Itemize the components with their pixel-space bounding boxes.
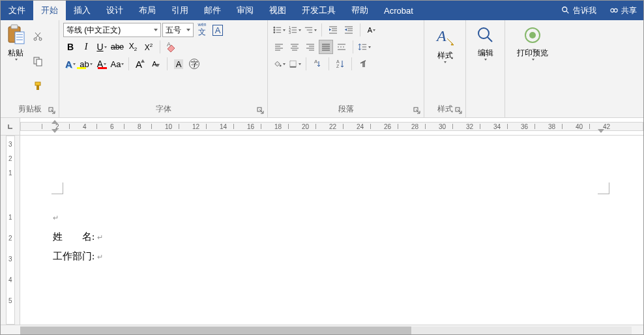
bullets-button[interactable]	[272, 23, 286, 37]
tab-design[interactable]: 设计	[98, 1, 131, 20]
tab-layout[interactable]: 布局	[131, 1, 164, 20]
svg-text:A: A	[167, 41, 171, 48]
align-justify-button[interactable]	[319, 40, 333, 54]
multilevel-list-button[interactable]	[303, 23, 317, 37]
enclose-char-button[interactable]: 字	[187, 57, 201, 71]
snap-to-grid-button[interactable]: A	[310, 57, 325, 71]
paste-label: 粘贴	[8, 48, 23, 59]
grow-font-button[interactable]: A	[133, 57, 147, 71]
clear-formatting-button[interactable]: A	[164, 40, 179, 54]
show-hide-button[interactable]	[356, 57, 370, 71]
tab-acrobat[interactable]: Acrobat	[376, 1, 421, 20]
group-font: 等线 (中文正文) 五号 wén 文 A B I U ab	[59, 20, 268, 117]
align-left-button[interactable]	[272, 40, 286, 54]
shrink-font-button[interactable]: A	[149, 57, 163, 71]
distribute-button[interactable]	[334, 40, 349, 54]
clipboard-icon	[6, 24, 25, 46]
char-border-button[interactable]: A	[211, 23, 225, 37]
svg-rect-5	[11, 25, 18, 29]
svg-point-78	[529, 32, 536, 38]
cut-button[interactable]	[31, 29, 45, 44]
share-button[interactable]: 共享	[603, 1, 643, 20]
print-preview-button[interactable]: 打印预览	[509, 23, 556, 102]
doc-line-2: 工作部门:	[53, 251, 95, 261]
chevron-down-icon	[444, 61, 446, 63]
dialog-launcher-icon[interactable]	[48, 107, 56, 115]
tell-me-search[interactable]: 告诉我	[555, 1, 603, 20]
copy-button[interactable]	[31, 54, 45, 68]
font-size-value: 五号	[166, 25, 181, 36]
superscript-button[interactable]: X2	[141, 40, 156, 54]
asian-layout-button[interactable]: A	[364, 23, 379, 37]
increase-indent-button[interactable]	[342, 23, 356, 37]
strikethrough-button[interactable]: abe	[110, 40, 124, 54]
tab-review[interactable]: 审阅	[229, 1, 261, 20]
borders-button[interactable]	[287, 57, 302, 71]
group-print-preview: 打印预览	[505, 20, 560, 117]
group-clipboard: 粘贴 剪贴板	[1, 20, 59, 117]
text-effects-button[interactable]: A	[63, 57, 78, 71]
align-center-button[interactable]	[287, 40, 302, 54]
line-spacing-button[interactable]	[357, 40, 372, 54]
italic-button[interactable]: I	[79, 40, 93, 54]
phonetic-guide-button[interactable]: wén 文	[195, 23, 209, 37]
highlight-button[interactable]: ab	[79, 57, 93, 71]
dialog-launcher-icon[interactable]	[413, 107, 421, 115]
right-indent-marker[interactable]	[598, 129, 604, 133]
chevron-down-icon	[121, 63, 124, 65]
first-line-indent-marker[interactable]	[51, 120, 58, 124]
horizontal-scrollbar[interactable]	[1, 325, 643, 335]
multilevel-icon	[304, 25, 314, 35]
decrease-indent-button[interactable]	[326, 23, 340, 37]
styles-label: 样式	[437, 50, 453, 61]
styles-button[interactable]: A 样式	[426, 23, 464, 100]
numbering-button[interactable]: 123	[287, 23, 302, 37]
shading-button[interactable]	[272, 57, 286, 71]
hanging-indent-marker[interactable]	[51, 129, 58, 133]
group-label-print	[505, 104, 560, 117]
margin-corner-tr	[598, 182, 609, 194]
tab-file[interactable]: 文件	[1, 1, 33, 20]
dialog-launcher-icon[interactable]	[257, 107, 265, 115]
dialog-launcher-icon[interactable]	[455, 107, 463, 115]
tab-view[interactable]: 视图	[261, 1, 294, 20]
svg-point-2	[611, 8, 614, 12]
paste-button[interactable]: 粘贴	[6, 24, 25, 61]
document-area: 32112345 ↵ 姓 名: ↵ 工作部门: ↵	[1, 136, 643, 325]
document-body[interactable]: ↵ 姓 名: ↵ 工作部门: ↵	[53, 207, 103, 266]
chevron-down-icon	[484, 59, 487, 61]
group-styles: A 样式 样式	[424, 20, 466, 117]
tab-insert[interactable]: 插入	[66, 1, 98, 20]
change-case-button[interactable]: Aa	[110, 57, 124, 71]
format-painter-button[interactable]	[31, 79, 45, 93]
scrollbar-thumb[interactable]	[20, 327, 411, 335]
sort-button[interactable]: AZ	[333, 57, 347, 71]
tab-help[interactable]: 帮助	[344, 1, 376, 20]
tab-home[interactable]: 开始	[33, 1, 66, 20]
line-spacing-icon	[358, 42, 368, 52]
ribbon: 粘贴 剪贴板	[1, 20, 643, 118]
editing-button[interactable]: 编辑	[468, 23, 503, 102]
svg-line-13	[35, 33, 40, 38]
font-name-combo[interactable]: 等线 (中文正文)	[63, 23, 161, 37]
bold-button[interactable]: B	[63, 40, 78, 54]
font-color-button[interactable]: A	[95, 57, 109, 71]
chevron-down-icon	[15, 59, 18, 61]
svg-text:3: 3	[289, 31, 291, 35]
tab-selector[interactable]	[1, 118, 20, 135]
tab-references[interactable]: 引用	[164, 1, 196, 20]
print-preview-icon	[523, 25, 542, 45]
group-editing: 编辑	[466, 20, 505, 117]
chevron-down-icon	[104, 63, 106, 65]
subscript-button[interactable]: X2	[126, 40, 140, 54]
vertical-ruler[interactable]: 32112345	[1, 136, 20, 325]
underline-button[interactable]: U	[95, 40, 109, 54]
tab-developer[interactable]: 开发工具	[294, 1, 344, 20]
horizontal-ruler[interactable]: 24681012141618202224262830323436384042	[20, 118, 643, 135]
tab-mailings[interactable]: 邮件	[196, 1, 229, 20]
align-right-button[interactable]	[303, 40, 317, 54]
font-size-combo[interactable]: 五号	[162, 23, 194, 37]
page-viewport[interactable]: ↵ 姓 名: ↵ 工作部门: ↵	[20, 136, 643, 325]
char-shading-button[interactable]: A	[171, 57, 186, 71]
svg-line-1	[566, 11, 569, 14]
